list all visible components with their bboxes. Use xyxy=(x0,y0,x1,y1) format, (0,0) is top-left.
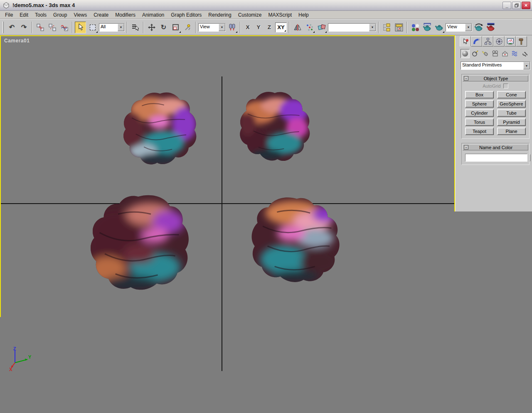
dropdown-arrow-icon[interactable]: ▼ xyxy=(118,24,124,31)
key-mode-toggle[interactable] xyxy=(441,403,451,411)
bind-to-space-warp-button[interactable] xyxy=(59,22,70,33)
restrict-x-button[interactable]: X xyxy=(243,22,253,32)
name-and-color-rollout-header[interactable]: - Name and Color xyxy=(463,144,528,150)
select-by-name-button[interactable] xyxy=(130,22,141,33)
restore-button[interactable] xyxy=(512,2,521,9)
restrict-xy-plane-button[interactable]: XY xyxy=(275,22,287,32)
rock-object-bottom-left[interactable] xyxy=(86,190,192,291)
angle-snap-toggle[interactable] xyxy=(387,403,397,412)
pyramid-button[interactable]: Pyramid xyxy=(497,118,526,126)
open-track-view-button[interactable] xyxy=(381,22,392,33)
truck-camera-button[interactable] xyxy=(510,403,520,412)
select-object-button[interactable] xyxy=(75,22,86,33)
time-slider-thumb[interactable]: 0 / 100 xyxy=(22,374,65,380)
play-button[interactable]: ▶ xyxy=(464,393,475,401)
crossing-selection-toggle[interactable] xyxy=(364,403,375,412)
material-editor-button[interactable] xyxy=(409,22,421,33)
minimize-button[interactable]: _ xyxy=(502,2,511,9)
quick-render-button[interactable] xyxy=(485,22,496,33)
dropdown-arrow-icon[interactable]: ▼ xyxy=(219,24,225,31)
render-scene-button[interactable] xyxy=(421,22,433,33)
menu-customize[interactable]: Customize xyxy=(235,11,265,19)
percent-snap-toggle[interactable]: % xyxy=(398,403,408,412)
select-and-move-button[interactable] xyxy=(146,22,157,33)
menu-help[interactable]: Help xyxy=(295,11,312,19)
viewport-label[interactable]: Camera01 xyxy=(4,38,30,44)
cylinder-button[interactable]: Cylinder xyxy=(465,109,494,117)
maxscript-listener-pink[interactable] xyxy=(1,392,124,402)
menu-graph-editors[interactable]: Graph Editors xyxy=(167,11,205,19)
selection-lock-toggle[interactable] xyxy=(254,393,261,401)
absolute-offset-mode-toggle[interactable] xyxy=(264,393,272,401)
tab-modify[interactable] xyxy=(471,36,482,47)
dolly-camera-button[interactable]: ↕ xyxy=(500,393,509,401)
z-coordinate-field[interactable] xyxy=(347,393,374,401)
category-systems[interactable] xyxy=(520,49,530,58)
undo-button[interactable]: ↶ xyxy=(6,22,17,33)
menu-edit[interactable]: Edit xyxy=(16,11,32,19)
cone-button[interactable]: Cone xyxy=(497,91,526,98)
category-shapes[interactable] xyxy=(470,49,480,58)
min-max-toggle-button[interactable]: ◱ xyxy=(525,403,532,412)
category-lights[interactable] xyxy=(480,49,490,58)
animate-button[interactable]: Animate xyxy=(421,392,440,411)
y-coordinate-field[interactable] xyxy=(313,393,340,401)
menu-create[interactable]: Create xyxy=(90,11,112,19)
camera-viewport[interactable]: Camera01 xyxy=(0,35,455,372)
time-prev-button[interactable]: < xyxy=(0,372,6,379)
tab-create[interactable] xyxy=(460,36,471,47)
unlink-selection-button[interactable] xyxy=(47,22,58,33)
current-frame-field[interactable] xyxy=(453,403,483,411)
primitive-category-combo[interactable]: Standard Primitives ▼ xyxy=(461,61,530,70)
restrict-z-button[interactable]: Z xyxy=(264,22,274,32)
mirror-button[interactable] xyxy=(292,22,303,33)
restrict-y-button[interactable]: Y xyxy=(254,22,264,32)
object-type-rollout-header[interactable]: - Object Type xyxy=(463,75,528,81)
tab-hierarchy[interactable] xyxy=(482,36,493,47)
toolbar-grip[interactable] xyxy=(2,22,4,33)
go-to-start-button[interactable]: |◀◀ xyxy=(441,393,452,401)
select-and-manipulate-button[interactable] xyxy=(182,22,193,33)
curve-editor-button[interactable] xyxy=(393,22,404,33)
autogrid-checkbox[interactable] xyxy=(503,84,508,88)
add-time-tag-button[interactable]: Add Time Tag xyxy=(297,403,337,412)
region-zoom-button[interactable] xyxy=(525,393,532,401)
time-configuration-button[interactable] xyxy=(485,403,495,412)
category-helpers[interactable] xyxy=(500,49,510,58)
category-cameras[interactable] xyxy=(490,49,500,58)
rock-object-top-right[interactable] xyxy=(236,87,313,165)
select-and-scale-button[interactable] xyxy=(170,22,181,33)
tab-display[interactable] xyxy=(505,36,516,47)
selection-region-button[interactable] xyxy=(87,22,98,33)
snap-toggle-3d[interactable]: 3 xyxy=(377,403,387,412)
menu-modifiers[interactable]: Modifiers xyxy=(112,11,139,19)
select-and-rotate-button[interactable]: ↻ xyxy=(158,22,169,33)
menu-tools[interactable]: Tools xyxy=(32,11,50,19)
render-type-combo[interactable]: View ▼ xyxy=(446,23,472,32)
object-color-swatch[interactable] xyxy=(530,154,530,161)
rock-object-bottom-right[interactable] xyxy=(249,189,343,287)
plane-button[interactable]: Plane xyxy=(497,128,526,135)
select-and-link-button[interactable] xyxy=(34,22,46,33)
degradation-override-toggle[interactable] xyxy=(340,403,351,412)
array-button[interactable] xyxy=(304,22,315,33)
dropdown-arrow-icon[interactable]: ▼ xyxy=(465,24,472,31)
category-space-warps[interactable] xyxy=(510,49,520,58)
dropdown-arrow-icon[interactable]: ▼ xyxy=(523,62,530,69)
menu-animation[interactable]: Animation xyxy=(139,11,167,19)
named-selection-combo[interactable]: ▼ xyxy=(328,23,376,32)
menu-maxscript[interactable]: MAXScript xyxy=(265,11,295,19)
menu-file[interactable]: File xyxy=(2,11,16,19)
go-to-end-button[interactable]: ▶▶| xyxy=(487,393,498,401)
previous-frame-button[interactable]: ◀| xyxy=(453,393,463,401)
close-button[interactable]: × xyxy=(522,2,530,9)
box-button[interactable]: Box xyxy=(465,91,494,98)
tube-button[interactable]: Tube xyxy=(497,109,526,117)
field-of-view-button[interactable]: ▷ xyxy=(500,403,509,412)
menu-group[interactable]: Group xyxy=(50,11,70,19)
sphere-button[interactable]: Sphere xyxy=(465,100,494,108)
geosphere-button[interactable]: GeoSphere xyxy=(497,100,526,108)
dropdown-arrow-icon[interactable]: ▼ xyxy=(369,24,376,31)
use-center-button[interactable] xyxy=(227,22,238,33)
menu-views[interactable]: Views xyxy=(70,11,90,19)
